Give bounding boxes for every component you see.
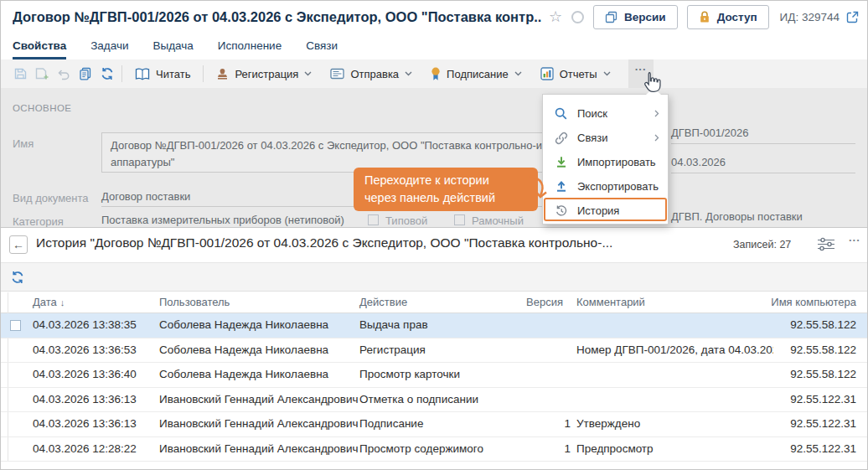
records-count: Записей: 27	[733, 239, 791, 250]
table-row[interactable]: 04.03.2026 13:36:40Соболева Надежда Нико…	[1, 363, 867, 388]
cell-action: Выдача прав	[359, 318, 428, 331]
menu-item-search[interactable]: Поиск	[543, 101, 668, 126]
menu-item-export[interactable]: Экспортировать	[543, 174, 668, 199]
export-icon	[554, 180, 568, 194]
table-row[interactable]: 04.03.2026 13:36:13Ивановский Геннадий А…	[1, 388, 867, 413]
cell-version: 1	[504, 417, 571, 430]
back-button[interactable]: ←	[9, 235, 28, 254]
cell-user: Ивановский Геннадий Александрович	[159, 393, 359, 405]
sort-desc-icon: ↓	[60, 297, 65, 307]
doc-type-label: Вид документа	[13, 192, 89, 204]
book-icon	[135, 68, 150, 80]
link-icon	[554, 132, 568, 145]
status-circle-icon	[571, 11, 584, 23]
column-header-date[interactable]: Дата↓	[33, 296, 65, 308]
cell-user: Ивановский Геннадий Александрович	[159, 442, 359, 455]
save-button[interactable]	[9, 59, 31, 88]
versions-icon	[605, 11, 617, 23]
cell-action: Просмотр карточки	[359, 368, 460, 380]
cell-user: Соболева Надежда Николаевна	[159, 343, 328, 356]
sending-menu-button[interactable]: Отправка	[321, 59, 421, 88]
chevron-down-icon	[304, 71, 312, 76]
submenu-chevron-icon	[654, 134, 659, 142]
cell-user: Ивановский Геннадий Александрович	[159, 417, 359, 430]
tab-properties[interactable]: Свойства	[13, 33, 66, 59]
table-row[interactable]: 04.03.2026 12:28:22Ивановский Геннадий А…	[1, 437, 867, 462]
access-button[interactable]: Доступ	[687, 5, 769, 29]
reports-menu-button[interactable]: Отчеты	[531, 59, 620, 88]
cell-date: 04.03.2026 13:36:13	[33, 393, 137, 405]
tab-issue[interactable]: Выдача	[153, 33, 194, 59]
tab-execution[interactable]: Исполнение	[218, 33, 282, 59]
cell-computer: 92.55.58.122	[790, 343, 856, 356]
favorite-star-icon[interactable]: ☆	[549, 9, 562, 24]
cell-date: 04.03.2026 12:28:22	[33, 442, 137, 455]
chevron-down-icon	[514, 71, 522, 76]
cell-action: Регистрация	[359, 343, 426, 356]
tab-tasks[interactable]: Задачи	[90, 33, 128, 59]
frame-checkbox[interactable]	[454, 214, 465, 225]
cell-comment: Предпросмотр	[576, 442, 773, 455]
category-label: Категория	[13, 215, 64, 228]
table-row[interactable]: 04.03.2026 13:38:35Соболева Надежда Нико…	[1, 313, 867, 338]
undo-button[interactable]	[53, 59, 75, 88]
signing-menu-button[interactable]: Подписание	[421, 59, 531, 88]
reg-number-field[interactable]: ДГВП-001/2026	[671, 127, 855, 144]
table-header: Дата↓ Пользователь Действие Версия Комме…	[1, 292, 867, 313]
cell-date: 04.03.2026 13:36:13	[33, 417, 137, 430]
document-title: Договор №ДГВП-001/2026 от 04.03.2026 с Э…	[13, 9, 541, 25]
column-header-version[interactable]: Версия	[526, 296, 563, 308]
action-toolbar: Читать Регистрация Отправка	[1, 59, 867, 88]
cell-comment: Утверждено	[576, 417, 773, 430]
refresh-history-button[interactable]	[11, 271, 24, 284]
view-settings-icon[interactable]	[817, 237, 835, 251]
read-button[interactable]: Читать	[126, 59, 199, 88]
versions-button[interactable]: Версии	[593, 5, 678, 29]
tab-bar: Свойства Задачи Выдача Исполнение Связи	[1, 33, 867, 59]
refresh-button[interactable]	[96, 59, 118, 88]
app-window: Договор №ДГВП-001/2026 от 04.03.2026 с Э…	[0, 0, 868, 470]
column-header-user[interactable]: Пользователь	[159, 296, 230, 308]
column-header-computer[interactable]: Имя компьютера	[771, 296, 856, 308]
cell-computer: 92.55.122.31	[790, 393, 856, 405]
mouse-cursor-hand	[641, 71, 662, 96]
lock-icon	[699, 11, 710, 23]
cell-computer: 92.55.122.31	[790, 442, 856, 455]
stamp-icon	[216, 68, 229, 80]
cell-action: Отметка о подписании	[359, 393, 478, 405]
open-in-window-icon[interactable]	[846, 11, 859, 23]
row-checkbox[interactable]	[10, 320, 21, 331]
column-header-comment[interactable]: Комментарий	[576, 296, 645, 308]
cell-date: 04.03.2026 13:36:40	[33, 368, 137, 380]
bar-chart-icon	[540, 67, 554, 80]
sending-label: Отправка	[350, 68, 399, 80]
typical-checkbox-label: Типовой	[385, 214, 427, 227]
menu-item-import[interactable]: Импортировать	[543, 150, 668, 174]
panel-more-button[interactable]: ...	[849, 231, 860, 244]
table-row[interactable]: 04.03.2026 13:36:53Соболева Надежда Нико…	[1, 338, 867, 364]
registration-menu-button[interactable]: Регистрация	[207, 59, 321, 88]
section-header-main: ОСНОВНОЕ	[13, 103, 71, 113]
typical-checkbox[interactable]	[368, 214, 379, 225]
tab-links[interactable]: Связи	[306, 33, 338, 59]
menu-item-links[interactable]: Связи	[543, 126, 668, 150]
journal-field[interactable]: ДГВП. Договоры поставки	[671, 210, 855, 223]
copy-button[interactable]	[75, 59, 96, 88]
read-button-label: Читать	[156, 68, 190, 80]
send-list-icon	[330, 68, 344, 80]
access-button-label: Доступ	[717, 11, 757, 23]
tooltip-callout: Переходите к истории через панель действ…	[354, 168, 538, 211]
menu-item-label: Импортировать	[577, 156, 656, 168]
import-icon	[554, 156, 568, 169]
medal-icon	[431, 67, 441, 81]
cell-computer: 92.55.58.122	[790, 318, 856, 331]
menu-item-history[interactable]: История	[543, 199, 668, 223]
save-and-close-button[interactable]	[31, 59, 53, 88]
versions-button-label: Версии	[624, 11, 666, 23]
column-header-action[interactable]: Действие	[359, 296, 407, 308]
history-icon	[554, 204, 568, 218]
reg-date-field[interactable]: 04.03.2026	[671, 156, 855, 173]
history-toolbar	[1, 262, 867, 292]
submenu-chevron-icon	[654, 110, 659, 117]
table-row[interactable]: 04.03.2026 13:36:13Ивановский Геннадий А…	[1, 412, 867, 437]
